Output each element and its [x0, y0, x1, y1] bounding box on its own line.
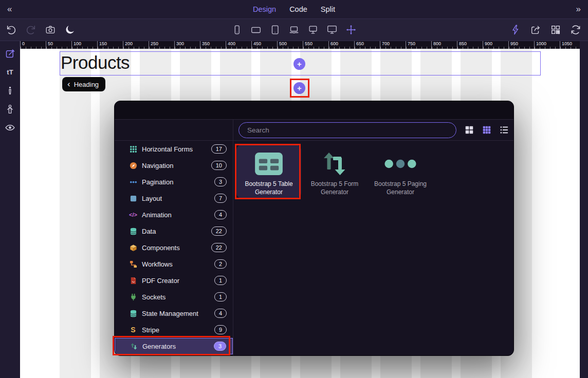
tile-bootstrap5-paging-generator[interactable]: Bootstrap 5 Paging Generator — [368, 145, 433, 198]
count-badge: 4 — [214, 309, 227, 318]
category-list: Horizontal Forms 17 Navigation 10 Pagina… — [115, 141, 233, 354]
modal-search-row — [115, 120, 513, 141]
category-pagination[interactable]: Pagination 3 — [115, 174, 233, 190]
tab-design[interactable]: Design — [253, 5, 276, 13]
category-navigation[interactable]: Navigation 10 — [115, 157, 233, 174]
count-badge: 7 — [214, 194, 227, 203]
sitemap-icon — [129, 260, 137, 268]
category-state-management[interactable]: State Management 4 — [115, 305, 233, 322]
count-badge: 1 — [214, 276, 227, 285]
add-element-button-top[interactable]: + — [293, 58, 305, 70]
phone-landscape-icon[interactable] — [250, 24, 262, 36]
info-person-icon[interactable] — [4, 84, 16, 97]
category-components[interactable]: Components 22 — [115, 239, 233, 256]
count-badge: 22 — [211, 226, 227, 236]
modal-divider — [233, 120, 233, 355]
code-icon: </> — [129, 211, 137, 219]
count-badge: 10 — [211, 161, 227, 170]
phone-portrait-icon[interactable] — [231, 24, 243, 36]
tile-bootstrap5-form-generator[interactable]: Bootstrap 5 Form Generator — [302, 145, 367, 198]
page-title[interactable]: Products — [61, 52, 130, 73]
plug-icon — [129, 293, 137, 301]
grid-small-view-icon[interactable] — [481, 124, 492, 136]
edit-compose-icon[interactable] — [4, 47, 16, 60]
tablet-icon[interactable] — [269, 24, 281, 36]
search-input[interactable] — [238, 122, 456, 138]
large-display-icon[interactable] — [326, 24, 338, 36]
category-horizontal-forms[interactable]: Horizontal Forms 17 — [115, 141, 233, 157]
database-icon — [129, 309, 137, 317]
count-badge: 2 — [214, 259, 227, 269]
right-edge-panel — [580, 41, 588, 378]
chevron-left-icon: ‹ — [67, 80, 70, 88]
paging-dots-icon — [384, 148, 417, 180]
mode-tabs: Design Code Split — [0, 5, 588, 13]
count-badge: 9 — [214, 325, 227, 334]
count-badge: 17 — [211, 144, 227, 154]
highlight-table-generator-tile — [235, 144, 301, 199]
toolbar — [0, 19, 588, 41]
category-sockets[interactable]: Sockets 1 — [115, 289, 233, 305]
top-bar: « Design Code Split » — [0, 0, 588, 19]
list-view-icon[interactable] — [499, 124, 510, 136]
highlight-add-element-button — [290, 79, 309, 98]
breadcrumb[interactable]: ‹ Heading — [62, 77, 105, 91]
highlight-generators-category — [113, 336, 230, 355]
person-icon[interactable] — [4, 103, 16, 115]
dots-icon — [129, 178, 137, 186]
app-window: « Design Code Split » — [0, 0, 588, 378]
tab-split[interactable]: Split — [321, 5, 335, 13]
category-pdf-creator[interactable]: PDF Creator 1 — [115, 272, 233, 289]
grid-dots-icon — [129, 145, 137, 153]
grid-large-view-icon[interactable] — [464, 124, 475, 136]
view-toggles — [464, 124, 510, 136]
cycle-arrows-icon — [321, 148, 348, 180]
category-animation[interactable]: </> Animation 4 — [115, 206, 233, 223]
custom-size-move-icon[interactable] — [345, 24, 357, 36]
compass-icon — [129, 161, 137, 169]
count-badge: 4 — [214, 210, 227, 219]
cube-icon — [129, 243, 137, 252]
category-data[interactable]: Data 22 — [115, 223, 233, 239]
square-icon — [129, 194, 137, 202]
category-workflows[interactable]: Workflows 2 — [115, 256, 233, 272]
tab-code[interactable]: Code — [289, 5, 307, 13]
desktop-icon[interactable] — [307, 24, 319, 36]
stripe-icon: S — [129, 326, 137, 334]
laptop-icon[interactable] — [288, 24, 300, 36]
left-tool-rail: tT — [0, 41, 20, 378]
count-badge: 22 — [211, 243, 227, 252]
modal-header — [115, 101, 513, 120]
typography-icon[interactable]: tT — [4, 66, 16, 78]
pdf-file-icon — [129, 276, 137, 285]
database-icon — [129, 227, 137, 235]
count-badge: 1 — [214, 292, 227, 301]
add-element-modal: Horizontal Forms 17 Navigation 10 Pagina… — [114, 101, 514, 356]
count-badge: 3 — [214, 177, 227, 186]
breadcrumb-label: Heading — [74, 81, 99, 88]
category-layout[interactable]: Layout 7 — [115, 190, 233, 206]
eye-preview-icon[interactable] — [4, 121, 16, 134]
horizontal-ruler: 0 50 100 150 200 250 300 350 400 450 500… — [20, 41, 580, 49]
device-size-group — [0, 24, 588, 36]
